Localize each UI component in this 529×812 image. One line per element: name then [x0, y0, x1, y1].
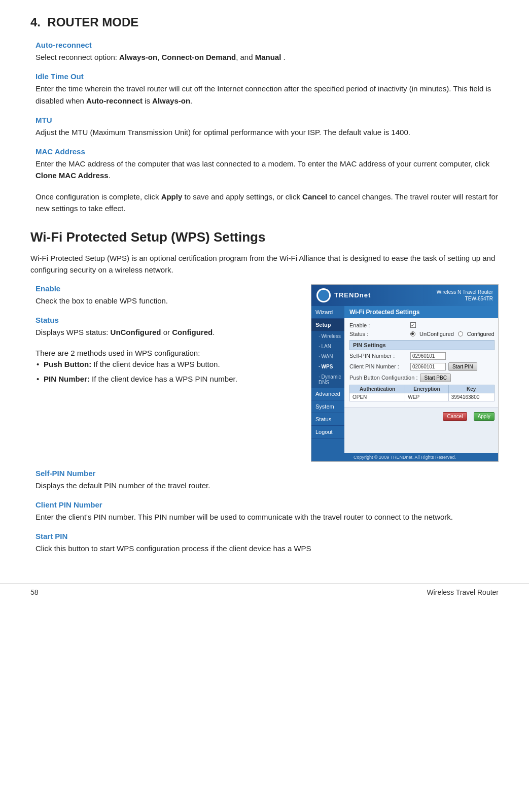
sidebar-item-lan[interactable]: · LAN — [311, 342, 344, 352]
enable-body: Check the box to enable WPS function. — [36, 295, 302, 307]
footer-bar: 58 Wireless Travel Router — [0, 584, 529, 600]
table-cell-key: 3994163800 — [448, 393, 494, 401]
client-pin-number-title: Client PIN Number — [36, 500, 499, 509]
subsection-mac-address: MAC Address Enter the MAC address of the… — [36, 147, 499, 182]
trendnet-logo-circle — [316, 288, 331, 302]
wps-text-col: Enable Check the box to enable WPS funct… — [30, 284, 302, 462]
table-header-key: Key — [448, 385, 494, 393]
wps-columns: Enable Check the box to enable WPS funct… — [30, 284, 499, 462]
router-ui-image: TRENDnet Wireless N Travel Router TEW-65… — [311, 284, 499, 462]
mtu-body: Adjust the MTU (Maximum Transmission Uni… — [36, 126, 499, 138]
self-pin-label: Self-PIN Number : — [349, 353, 410, 359]
subsection-self-pin: Self-PIN Number Displays the default PIN… — [36, 469, 499, 491]
idle-time-out-body: Enter the time wherein the travel router… — [36, 83, 499, 107]
sidebar-submenu: · Wireless · LAN · WAN · WPS · Dynamic D… — [311, 331, 344, 388]
self-pin-number-title: Self-PIN Number — [36, 469, 499, 478]
table-cell-enc: WEP — [405, 393, 448, 401]
table-cell-auth: OPEN — [349, 393, 405, 401]
router-ui: TRENDnet Wireless N Travel Router TEW-65… — [311, 284, 499, 462]
page-content: 4. ROUTER MODE Auto-reconnect Select rec… — [0, 0, 529, 573]
client-pin-number-body: Enter the client's PIN number. This PIN … — [36, 511, 499, 523]
status-row: Status : UnConfigured Configured — [349, 331, 495, 337]
methods-intro: There are 2 methods used in WPS configur… — [36, 347, 302, 359]
start-pin-body: Click this button to start WPS configura… — [36, 543, 499, 554]
sidebar-item-wan[interactable]: · WAN — [311, 352, 344, 362]
sidebar-item-status[interactable]: Status — [311, 413, 344, 426]
table-header-enc: Encryption — [405, 385, 448, 393]
wps-table: Authentication Encryption Key OPEN WEP — [349, 385, 495, 401]
auto-reconnect-body: Select reconnect option: Always-on, Conn… — [36, 51, 499, 63]
start-pbc-button[interactable]: Start PBC — [420, 374, 450, 382]
status-title: Status — [36, 316, 302, 324]
enable-checkbox[interactable]: ✓ — [410, 322, 416, 328]
apply-button[interactable]: Apply — [474, 412, 495, 421]
router-main: Wi-Fi Protected Settings Enable : ✓ Stat… — [344, 306, 499, 453]
client-pin-row: Client PIN Number : Start PIN — [349, 362, 495, 371]
router-model: Wireless N Travel Router TEW-654TR — [437, 289, 493, 302]
sidebar-item-wps[interactable]: · WPS — [311, 362, 344, 372]
sidebar-item-advanced[interactable]: Advanced — [311, 388, 344, 400]
self-pin-number-body: Displays the default PIN number of the t… — [36, 480, 499, 491]
section-title: 4. ROUTER MODE — [30, 15, 499, 29]
router-sidebar: Wizard Setup · Wireless · LAN · WAN · WP… — [311, 306, 344, 453]
status-label: Status : — [349, 331, 410, 337]
subsection-client-pin: Client PIN Number Enter the client's PIN… — [36, 500, 499, 523]
status-radio-unconfigured[interactable] — [410, 331, 415, 336]
sidebar-item-setup[interactable]: Setup — [311, 319, 344, 331]
section-name: ROUTER MODE — [47, 15, 138, 29]
wps-intro: Wi-Fi Protected Setup (WPS) is an option… — [30, 252, 499, 276]
bullet-list: Push Button: If the client device has a … — [36, 359, 302, 385]
subsection-auto-reconnect: Auto-reconnect Select reconnect option: … — [36, 41, 499, 63]
page-number: 58 — [30, 588, 39, 596]
enable-row: Enable : ✓ — [349, 322, 495, 328]
client-pin-input[interactable] — [410, 363, 446, 370]
client-pin-label: Client PIN Number : — [349, 363, 410, 369]
router-copyright: Copyright © 2009 TRENDnet. All Rights Re… — [311, 453, 498, 461]
brand-name: TRENDnet — [334, 291, 371, 299]
mac-address-title: MAC Address — [36, 147, 499, 156]
enable-label: Enable : — [349, 322, 410, 328]
status-body: Displays WPS status: UnConfigured or Con… — [36, 326, 302, 338]
product-name: Wireless Travel Router — [427, 588, 499, 596]
start-pin-button[interactable]: Start PIN — [448, 362, 477, 371]
status-option-configured: Configured — [467, 331, 495, 337]
config-note-body: Once configuration is complete, click Ap… — [36, 191, 499, 215]
self-pin-input[interactable] — [410, 352, 446, 360]
sidebar-item-wizard[interactable]: Wizard — [311, 306, 344, 319]
mtu-title: MTU — [36, 116, 499, 124]
push-btn-row: Push Button Configuration : Start PBC — [349, 374, 495, 382]
push-btn-label: Push Button Configuration : — [349, 375, 418, 381]
list-item: Push Button: If the client device has a … — [36, 359, 302, 370]
auto-reconnect-title: Auto-reconnect — [36, 41, 499, 49]
start-pin-title: Start PIN — [36, 532, 499, 540]
sidebar-item-system[interactable]: System — [311, 400, 344, 413]
cancel-button[interactable]: Cancel — [443, 412, 467, 421]
idle-time-out-title: Idle Time Out — [36, 72, 499, 81]
router-ui-body: Wizard Setup · Wireless · LAN · WAN · WP… — [311, 306, 498, 453]
wps-section-title: Wi-Fi Protected Setup (WPS) Settings — [30, 229, 499, 245]
subsection-start-pin: Start PIN Click this button to start WPS… — [36, 532, 499, 554]
sidebar-item-wireless[interactable]: · Wireless — [311, 331, 344, 342]
section-number: 4. — [30, 15, 41, 29]
router-main-title: Wi-Fi Protected Settings — [344, 306, 499, 318]
mac-address-body: Enter the MAC address of the computer th… — [36, 158, 499, 182]
trendnet-logo-inner — [318, 290, 329, 301]
config-note: Once configuration is complete, click Ap… — [36, 191, 499, 215]
router-main-content: Enable : ✓ Status : UnConfigured — [344, 318, 499, 408]
self-pin-row: Self-PIN Number : — [349, 352, 495, 360]
subsection-status: Status Displays WPS status: UnConfigured… — [36, 316, 302, 338]
router-ui-header: TRENDnet Wireless N Travel Router TEW-65… — [311, 285, 498, 306]
sidebar-item-dynamic-dns[interactable]: · Dynamic DNS — [311, 372, 344, 388]
list-item: PIN Number: If the client device has a W… — [36, 374, 302, 385]
router-footer-btns: Cancel Apply — [344, 408, 499, 425]
status-radio-configured[interactable] — [458, 331, 463, 336]
table-row: OPEN WEP 3994163800 — [349, 393, 494, 401]
pin-settings-header: PIN Settings — [349, 340, 495, 350]
subsection-idle-time-out: Idle Time Out Enter the time wherein the… — [36, 72, 499, 107]
router-logo: TRENDnet — [316, 288, 371, 302]
subsection-enable: Enable Check the box to enable WPS funct… — [36, 284, 302, 307]
sidebar-item-logout[interactable]: Logout — [311, 426, 344, 438]
status-radio-group: UnConfigured Configured — [410, 331, 495, 337]
subsection-mtu: MTU Adjust the MTU (Maximum Transmission… — [36, 116, 499, 138]
status-option-unconfigured: UnConfigured — [419, 331, 454, 337]
